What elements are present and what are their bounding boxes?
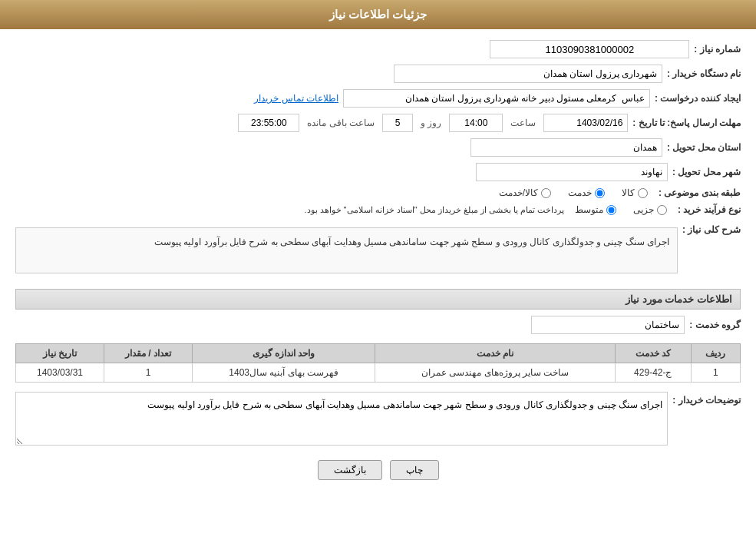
send-time-input[interactable] xyxy=(449,114,503,132)
process-jozi-label: جزیی xyxy=(633,204,654,215)
province-label: استان محل تحویل : xyxy=(667,142,741,153)
general-desc-text: اجرای سنگ چینی و جدولگذاری کانال ورودی و… xyxy=(154,237,669,247)
buttons-row: چاپ بازگشت xyxy=(15,460,741,480)
city-input[interactable] xyxy=(476,163,668,181)
col-header-count: تعداد / مقدار xyxy=(104,344,193,363)
col-header-unit: واحد اندازه گیری xyxy=(192,344,375,363)
col-header-date: تاریخ نیاز xyxy=(16,344,104,363)
city-row: شهر محل تحویل : xyxy=(15,160,741,184)
category-row: طبقه بندی موضوعی : کالا خدمت کالا/خدمت xyxy=(15,184,741,201)
cell-name: ساخت سایر پروژه‌های مهندسی عمران xyxy=(375,363,615,383)
contact-link[interactable]: اطلاعات تماس خریدار xyxy=(254,93,338,104)
main-container: جزئیات اطلاعات نیاز شماره نیاز : نام دست… xyxy=(0,0,756,540)
send-remaining-input[interactable] xyxy=(238,114,299,132)
services-section-label: اطلاعات خدمات مورد نیاز xyxy=(626,293,732,305)
category-kala-label: کالا xyxy=(622,187,635,198)
province-input[interactable] xyxy=(470,138,662,157)
send-remaining-label: ساعت باقی مانده xyxy=(307,118,375,128)
buyer-note-label: توضیحات خریدار : xyxy=(672,392,741,406)
category-kala-radio[interactable] xyxy=(638,188,648,198)
buyer-note-wrapper: اجرای سنگ چینی و جدولگذاری کانال ورودی و… xyxy=(15,392,668,448)
col-header-code: کد خدمت xyxy=(615,344,691,363)
services-table: ردیف کد خدمت نام خدمت واحد اندازه گیری ت… xyxy=(15,343,741,383)
category-kala-option[interactable]: کالا xyxy=(622,187,648,198)
page-title: جزئیات اطلاعات نیاز xyxy=(329,8,427,21)
send-days-label: روز و xyxy=(421,118,441,128)
buyer-note-textarea[interactable]: اجرای سنگ چینی و جدولگذاری کانال ورودی و… xyxy=(15,392,668,446)
process-label: نوع فرآیند خرید : xyxy=(678,204,741,215)
content-area: شماره نیاز : نام دستگاه خریدار : ایجاد ک… xyxy=(0,29,756,497)
category-khedmat-radio[interactable] xyxy=(595,188,605,198)
service-group-row: گروه خدمت : xyxy=(15,313,741,337)
cell-code: ج-42-429 xyxy=(615,363,691,383)
need-number-input[interactable] xyxy=(490,40,689,58)
process-jozi-radio[interactable] xyxy=(657,205,667,215)
send-date-input[interactable] xyxy=(543,114,628,132)
creator-label: ایجاد کننده درخواست : xyxy=(655,93,741,104)
send-days-input[interactable] xyxy=(382,114,413,132)
service-group-input[interactable] xyxy=(531,316,685,334)
creator-row: ایجاد کننده درخواست : اطلاعات تماس خریدا… xyxy=(15,86,741,111)
col-header-name: نام خدمت xyxy=(375,344,615,363)
col-header-row: ردیف xyxy=(691,344,740,363)
process-motavasset-radio[interactable] xyxy=(606,205,616,215)
process-jozi-option[interactable]: جزیی xyxy=(633,204,667,215)
page-header: جزئیات اطلاعات نیاز xyxy=(0,0,756,29)
category-khedmat-option[interactable]: خدمت xyxy=(568,187,605,198)
print-button[interactable]: چاپ xyxy=(390,460,439,480)
buyer-org-label: نام دستگاه خریدار : xyxy=(667,68,741,79)
general-desc-row: شرح کلی نیاز : اجرای سنگ چینی و جدولگذار… xyxy=(15,218,741,283)
category-both-radio[interactable] xyxy=(541,188,551,198)
category-label: طبقه بندی موضوعی : xyxy=(659,187,741,198)
general-desc-box: اجرای سنگ چینی و جدولگذاری کانال ورودی و… xyxy=(15,227,678,273)
need-number-row: شماره نیاز : xyxy=(15,37,741,61)
back-button[interactable]: بازگشت xyxy=(318,460,382,480)
process-motavasset-label: متوسط xyxy=(575,204,603,215)
province-row: استان محل تحویل : xyxy=(15,135,741,160)
send-time-label: ساعت xyxy=(510,118,536,128)
cell-count: 1 xyxy=(104,363,193,383)
category-both-option[interactable]: کالا/خدمت xyxy=(499,187,551,198)
city-label: شهر محل تحویل : xyxy=(672,167,741,177)
send-date-label: مهلت ارسال پاسخ: تا تاریخ : xyxy=(632,118,741,128)
buyer-org-input[interactable] xyxy=(394,65,662,83)
general-desc-label: شرح کلی نیاز : xyxy=(682,221,741,235)
category-both-label: کالا/خدمت xyxy=(499,187,538,198)
process-motavasset-option[interactable]: متوسط xyxy=(575,204,616,215)
creator-input[interactable] xyxy=(343,89,650,108)
category-khedmat-label: خدمت xyxy=(568,187,592,198)
need-number-label: شماره نیاز : xyxy=(694,44,741,55)
cell-unit: فهرست بهای آبنیه سال1403 xyxy=(192,363,375,383)
buyer-org-row: نام دستگاه خریدار : xyxy=(15,61,741,86)
buyer-note-row: توضیحات خریدار : اجرای سنگ چینی و جدولگذ… xyxy=(15,389,741,451)
process-row: نوع فرآیند خرید : جزیی متوسط پرداخت تمام… xyxy=(15,201,741,218)
services-section-header: اطلاعات خدمات مورد نیاز xyxy=(15,289,741,310)
table-row: 1 ج-42-429 ساخت سایر پروژه‌های مهندسی عم… xyxy=(16,363,741,383)
send-date-row: مهلت ارسال پاسخ: تا تاریخ : ساعت روز و س… xyxy=(15,111,741,135)
cell-row: 1 xyxy=(691,363,740,383)
cell-date: 1403/03/31 xyxy=(16,363,104,383)
service-group-label: گروه خدمت : xyxy=(689,320,741,330)
process-note: پرداخت تمام یا بخشی از مبلغ خریداز محل "… xyxy=(304,205,564,215)
